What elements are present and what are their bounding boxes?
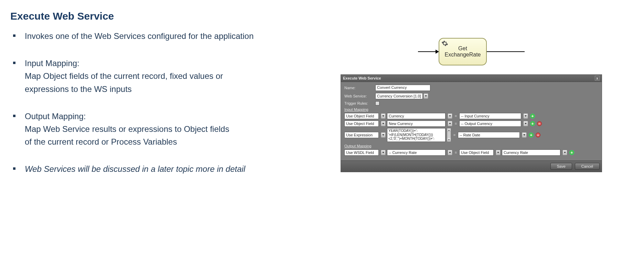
out1-source-value-select[interactable]: -- Currency Rate [387, 149, 446, 156]
add-row-button[interactable]: + [530, 121, 535, 126]
in2-target-select[interactable]: -- Output Currency [459, 121, 521, 127]
flow-node-line1: Get [458, 45, 467, 52]
chevron-down-icon[interactable] [448, 113, 452, 119]
equals-icon: = [454, 150, 458, 155]
equals-icon: = [454, 122, 458, 126]
equals-icon: = [452, 133, 457, 137]
add-row-button[interactable]: + [569, 150, 574, 155]
out1-target-value-select[interactable]: Currency Rate [502, 149, 560, 156]
input-mapping-header: Input Mapping [344, 107, 598, 112]
bullet-1: Invokes one of the Web Services configur… [10, 30, 320, 42]
trigger-rules-label: Trigger Rules: [344, 101, 375, 105]
chevron-down-icon[interactable] [523, 121, 528, 126]
chevron-down-icon[interactable] [381, 113, 386, 119]
arrow-out-icon [487, 51, 525, 52]
chevron-down-icon[interactable] [423, 93, 428, 99]
in1-target-select[interactable]: -- Input Currency [459, 113, 521, 119]
dialog-title: Execute Web Service [343, 76, 381, 80]
delete-row-button[interactable]: – [537, 121, 542, 126]
chevron-down-icon[interactable] [381, 132, 386, 138]
bullet-2-head: Input Mapping: [25, 57, 320, 70]
bullet-1-text: Invokes one of the Web Services configur… [25, 31, 254, 41]
chevron-down-icon[interactable] [522, 132, 527, 138]
in1-source-value-select[interactable]: Currency [387, 113, 446, 119]
in2-source-type-select[interactable]: Use Object Field [344, 121, 379, 127]
scroll-up-icon[interactable]: ▲ [447, 128, 451, 132]
input-mapping-row-1: Use Object Field Currency = -- Input Cur… [344, 113, 598, 119]
out1-target-type-select[interactable]: Use Object Field [459, 149, 494, 156]
bullet-4-text: Web Services will be discussed in a late… [25, 164, 245, 174]
in1-source-type-select[interactable]: Use Object Field [344, 113, 379, 119]
bullet-3-head: Output Mapping: [25, 110, 320, 123]
web-service-value: Currency Conversion [1.0] [377, 94, 421, 98]
add-row-button[interactable]: + [530, 114, 535, 118]
scrollbar[interactable]: ▲▼ [447, 128, 451, 142]
in3-source-type-select[interactable]: Use Expression [344, 132, 379, 138]
flow-node-group: Get ExchangeRate [341, 38, 602, 65]
bullet-2-line1: Map Object fields of the current record,… [25, 70, 320, 82]
flow-node-line2: ExchangeRate [445, 52, 481, 58]
chevron-down-icon[interactable] [448, 121, 452, 126]
equals-icon: = [454, 114, 458, 118]
output-mapping-row-1: Use WSDL Field -- Currency Rate = Use Ob… [344, 149, 598, 156]
delete-row-button[interactable]: – [536, 133, 540, 137]
in3-target-select[interactable]: -- Rate Date [458, 132, 520, 138]
chevron-down-icon[interactable] [562, 150, 567, 155]
execute-web-service-dialog: Execute Web Service x Name: Convert Curr… [341, 74, 602, 172]
web-service-select[interactable]: Currency Conversion [1.0] [375, 93, 423, 99]
scroll-down-icon[interactable]: ▼ [447, 138, 451, 142]
chevron-down-icon[interactable] [381, 121, 386, 126]
input-mapping-row-2: Use Object Field New Currency = -- Outpu… [344, 121, 598, 127]
web-service-label: Web Service: [344, 94, 375, 98]
name-label: Name: [344, 86, 375, 90]
close-button[interactable]: x [595, 76, 600, 81]
trigger-rules-checkbox[interactable] [375, 101, 379, 105]
flow-node: Get ExchangeRate [439, 38, 487, 65]
out1-source-type-select[interactable]: Use WSDL Field [344, 149, 379, 156]
slide-title: Execute Web Service [10, 10, 320, 22]
bullet-3: Output Mapping: Map Web Service results … [10, 110, 320, 148]
chevron-down-icon[interactable] [523, 113, 528, 119]
in2-source-value-select[interactable]: New Currency [387, 121, 446, 127]
gear-icon [441, 40, 448, 48]
bullet-4: Web Services will be discussed in a late… [10, 163, 320, 175]
input-mapping-row-3: Use Expression YEAR(TODAY())+'-'+IF(LEN(… [344, 128, 598, 142]
add-row-button[interactable]: + [529, 133, 534, 137]
arrow-in-icon [418, 51, 439, 52]
chevron-down-icon[interactable] [381, 150, 386, 155]
in3-expression-textarea[interactable]: YEAR(TODAY())+'-'+IF(LEN(MONTH(TODAY()))… [387, 128, 446, 142]
bullet-3-line2: of the current record or Process Variabl… [25, 135, 320, 148]
chevron-down-icon[interactable] [448, 150, 452, 155]
output-mapping-header: Output Mapping [344, 144, 598, 148]
chevron-down-icon[interactable] [496, 150, 501, 155]
name-input[interactable]: Convert Currency [375, 85, 430, 91]
bullet-2: Input Mapping: Map Object fields of the … [10, 57, 320, 95]
bullet-2-line2: expressions to the WS inputs [25, 83, 320, 95]
save-button[interactable]: Save [550, 163, 572, 170]
cancel-button[interactable]: Cancel [575, 163, 600, 170]
bullet-3-line1: Map Web Service results or expressions t… [25, 123, 320, 135]
